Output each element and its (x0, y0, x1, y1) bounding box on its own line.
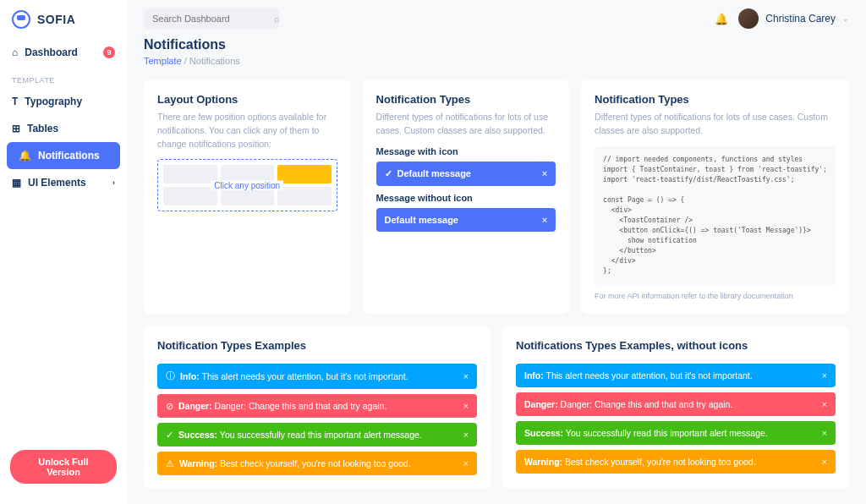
close-icon[interactable]: × (822, 370, 827, 381)
card-examples-without-icons: Notifications Types Examples, without ic… (502, 326, 849, 489)
topbar: ⌕ 🔔 Christina Carey ⌄ (127, 0, 866, 37)
code-snippet[interactable]: // import needed components, functions a… (595, 146, 836, 285)
close-icon[interactable]: × (822, 399, 827, 409)
alert-success: ✓Success: You successfully read this imp… (157, 423, 477, 446)
alert-text: Info: This alert needs your attention, b… (180, 371, 408, 381)
close-icon[interactable]: × (463, 371, 469, 381)
close-icon[interactable]: × (463, 430, 469, 440)
position-top-left[interactable] (163, 165, 217, 184)
unlock-button[interactable]: Unlock Full Version (10, 450, 117, 484)
alert-info: Info: This alert needs your attention, b… (516, 364, 836, 387)
message-text: Default message (385, 215, 458, 225)
main: ⌕ 🔔 Christina Carey ⌄ Notifications Temp… (127, 0, 866, 504)
position-top-right[interactable] (277, 165, 332, 184)
message-without-icon[interactable]: Default message × (376, 208, 556, 232)
alert-warning: ⚠Warning: Best check yourself, you're no… (157, 452, 477, 475)
breadcrumb-root[interactable]: Template (144, 56, 182, 66)
check-icon: ✓ (385, 168, 392, 179)
close-icon[interactable]: × (463, 401, 469, 411)
alert-text: Warning: Best check yourself, you're not… (524, 457, 756, 467)
avatar (738, 8, 759, 29)
page-title: Notifications (144, 37, 849, 52)
close-icon[interactable]: × (822, 457, 827, 467)
card-layout-options: Layout Options There are few position op… (144, 79, 351, 314)
sidebar-item-label: Dashboard (25, 47, 78, 58)
search-box[interactable]: ⌕ (144, 8, 279, 29)
label-with-icon: Message with icon (376, 146, 556, 156)
sidebar-item-ui-elements[interactable]: ▦ UI Elements › (0, 169, 127, 196)
sidebar-item-label: Tables (27, 123, 58, 134)
close-icon[interactable]: × (542, 168, 547, 178)
user-name: Christina Carey (765, 13, 836, 25)
close-icon[interactable]: × (822, 428, 827, 438)
card-title: Notification Types (595, 93, 836, 106)
card-desc: Different types of notifications for lot… (595, 111, 836, 138)
notifications-bell-icon[interactable]: 🔔 (715, 13, 728, 25)
content: Notifications Template / Notifications L… (127, 37, 866, 504)
alert-text: Danger: Danger: Change this and that and… (178, 401, 386, 411)
danger-icon: ⊘ (166, 401, 173, 411)
success-icon: ✓ (166, 430, 173, 440)
position-bottom-right[interactable] (277, 187, 332, 205)
alert-text: Warning: Best check yourself, you're not… (179, 458, 411, 468)
chevron-right-icon: › (112, 178, 115, 187)
info-icon: ⓘ (166, 370, 175, 382)
sidebar-item-label: Typography (25, 96, 82, 107)
message-with-icon[interactable]: ✓ Default message × (376, 162, 556, 186)
sidebar-item-label: Notifications (38, 150, 100, 162)
dashboard-badge: 9 (103, 47, 115, 58)
label-without-icon: Message without icon (376, 193, 556, 203)
card-title: Notification Types Examples (157, 339, 477, 352)
card-desc: Different types of notifications for lot… (376, 111, 556, 138)
grid-icon: ▦ (12, 177, 21, 189)
alert-text: Success: You successfully read this impo… (178, 430, 422, 440)
position-picker: Click any position (157, 159, 337, 211)
sidebar: SOFIA ⌂ Dashboard 9 TEMPLATE T Typograph… (0, 0, 127, 504)
search-icon[interactable]: ⌕ (274, 14, 280, 24)
search-input[interactable] (152, 14, 269, 24)
card-desc: There are few position options available… (157, 111, 337, 151)
card-notification-types: Notification Types Different types of no… (363, 79, 570, 314)
alert-warning: Warning: Best check yourself, you're not… (516, 450, 836, 474)
card-notification-code: Notification Types Different types of no… (581, 79, 849, 314)
chevron-down-icon: ⌄ (842, 14, 849, 23)
brand-text: SOFIA (37, 13, 75, 26)
home-icon: ⌂ (12, 47, 18, 58)
tables-icon: ⊞ (12, 123, 20, 134)
type-icon: T (12, 96, 18, 107)
alert-danger: Danger: Danger: Change this and that and… (516, 392, 836, 416)
alert-danger: ⊘Danger: Danger: Change this and that an… (157, 394, 477, 418)
position-hint: Click any position (211, 181, 283, 190)
sidebar-item-dashboard[interactable]: ⌂ Dashboard 9 (0, 39, 127, 66)
alert-info: ⓘInfo: This alert needs your attention, … (157, 364, 477, 389)
user-menu[interactable]: Christina Carey ⌄ (738, 8, 849, 29)
warning-icon: ⚠ (166, 458, 174, 468)
close-icon[interactable]: × (463, 458, 469, 468)
sidebar-item-label: UI Elements (28, 177, 86, 189)
message-text: Default message (397, 168, 471, 178)
card-title: Layout Options (157, 93, 337, 106)
code-footer: For more API information refer to the li… (595, 292, 836, 300)
logo-icon (12, 10, 30, 29)
alert-text: Danger: Danger: Change this and that and… (524, 399, 732, 409)
card-title: Notification Types (376, 93, 556, 106)
close-icon[interactable]: × (542, 215, 547, 225)
alert-success: Success: You successfully read this impo… (516, 421, 836, 445)
card-title: Notifications Types Examples, without ic… (516, 339, 836, 352)
alert-text: Success: You successfully read this impo… (524, 428, 768, 438)
sidebar-item-tables[interactable]: ⊞ Tables (0, 115, 127, 142)
bell-icon: 🔔 (19, 150, 31, 162)
breadcrumb-current: Notifications (189, 56, 240, 66)
position-bottom-left[interactable] (163, 187, 217, 205)
sidebar-item-notifications[interactable]: 🔔 Notifications (7, 142, 120, 169)
card-examples-with-icons: Notification Types Examples ⓘInfo: This … (144, 326, 491, 489)
brand-logo[interactable]: SOFIA (0, 10, 127, 39)
sidebar-section-label: TEMPLATE (0, 66, 127, 88)
alert-text: Info: This alert needs your attention, b… (524, 370, 753, 381)
sidebar-item-typography[interactable]: T Typography (0, 88, 127, 115)
breadcrumb: Template / Notifications (144, 56, 849, 66)
